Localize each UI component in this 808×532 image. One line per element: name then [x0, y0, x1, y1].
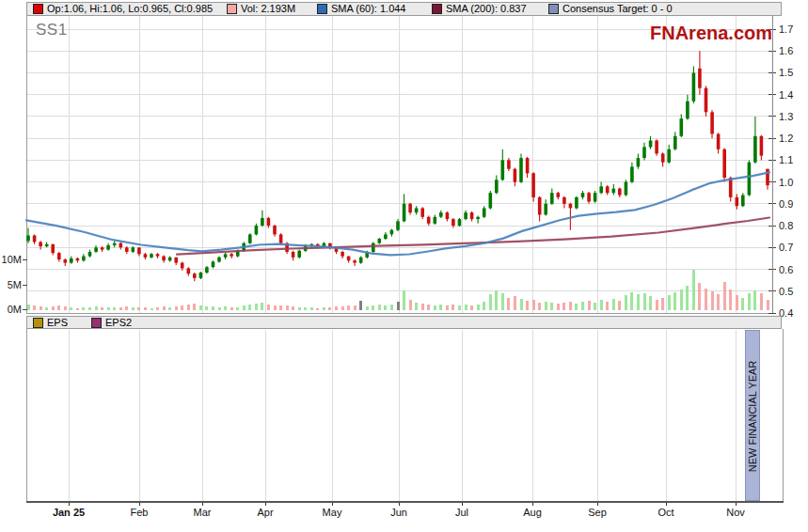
candle-body — [766, 169, 769, 185]
ticker-symbol: SS1 — [36, 21, 68, 39]
volume-bar — [372, 305, 374, 310]
volume-bar — [298, 307, 301, 310]
volume-bar — [64, 306, 67, 310]
volume-bar — [397, 302, 400, 310]
volume-bar — [205, 306, 208, 310]
sma60-swatch-icon — [317, 4, 327, 14]
volume-bar — [132, 307, 135, 310]
price-tick-label: 0.8 — [779, 220, 793, 231]
candle-body — [618, 189, 622, 196]
candle-body — [70, 258, 73, 263]
month-label: Oct — [657, 507, 673, 518]
candle-body — [396, 221, 400, 229]
volume-bar — [711, 291, 714, 310]
volume-bar — [612, 299, 615, 311]
month-label: Sep — [588, 507, 607, 518]
volume-bar — [125, 306, 128, 310]
volume-bar — [415, 303, 418, 310]
candle-body — [181, 263, 184, 269]
volume-bar — [452, 305, 454, 310]
volume-bar — [668, 295, 671, 310]
volume-bar — [151, 308, 153, 310]
candle-body — [452, 219, 455, 226]
price-tick-label: 1.0 — [779, 177, 793, 188]
volume-legend-label: Vol: 2.193M — [241, 4, 295, 14]
volume-bar — [557, 304, 560, 310]
candle-body — [193, 274, 197, 278]
candle-body — [217, 258, 221, 262]
volume-bar — [328, 307, 331, 310]
candle-body — [267, 218, 271, 226]
candle-body — [507, 160, 511, 168]
candle-body — [168, 258, 172, 261]
volume-bar — [279, 305, 282, 310]
volume-bar — [767, 300, 769, 310]
candle-body — [649, 141, 653, 148]
volume-bar — [310, 307, 313, 310]
candle-body — [642, 147, 646, 158]
candle-body — [729, 178, 733, 197]
volume-bar — [575, 304, 578, 310]
candle-body — [667, 149, 671, 163]
volume-bar — [545, 302, 547, 310]
volume-bar — [181, 305, 183, 310]
volume-bar — [168, 307, 171, 310]
volume-bar — [274, 305, 277, 310]
volume-bar — [341, 306, 344, 310]
volume-bar — [680, 289, 683, 310]
volume-bar — [600, 300, 603, 310]
volume-tick-label: 0M — [8, 304, 22, 315]
sma60-line — [26, 172, 769, 255]
price-tick-label: 1.4 — [779, 89, 793, 101]
candle-body — [88, 252, 92, 257]
brand-logo[interactable]: FNArena.com — [650, 23, 772, 44]
volume-bar — [88, 307, 91, 310]
eps-legend-label: EPS — [47, 318, 68, 328]
candle-body — [33, 236, 37, 243]
candle-body — [686, 102, 689, 119]
candle-body — [562, 197, 566, 204]
volume-bar — [409, 300, 412, 310]
candle-body — [501, 160, 505, 180]
candle-body — [495, 180, 499, 193]
candle-body — [748, 163, 752, 196]
month-label: Apr — [257, 507, 273, 518]
volume-bar — [698, 283, 701, 310]
candle-body — [390, 230, 394, 235]
volume-bar — [82, 307, 85, 310]
eps-legend-item: EPS — [33, 318, 68, 328]
consensus-target-swatch-icon — [548, 4, 559, 14]
volume-bar — [705, 289, 707, 310]
month-label: Jan 25 — [53, 507, 85, 518]
candle-body — [408, 204, 412, 212]
candle-body — [625, 182, 628, 196]
candle-body — [113, 243, 117, 245]
volume-bar — [175, 306, 178, 310]
volume-bar — [261, 303, 263, 310]
candle-body — [434, 217, 437, 224]
candle-body — [439, 212, 443, 217]
candle-body — [353, 260, 356, 262]
candle-body — [655, 141, 658, 154]
candle-body — [82, 257, 86, 261]
candle-body — [550, 193, 554, 204]
candle-body — [187, 268, 191, 274]
candle-body — [741, 196, 745, 207]
volume-bar — [507, 298, 510, 311]
volume-bar — [27, 305, 30, 310]
volume-bar — [643, 293, 646, 310]
candle-body — [39, 243, 42, 247]
volume-bar — [458, 305, 461, 310]
price-legend-strip: Op:1.06, Hi:1.06, Lo:0.965, Cl:0.985Vol:… — [26, 2, 782, 16]
candle-body — [581, 193, 585, 197]
candle-body — [427, 217, 431, 224]
sma200-legend-item: SMA (200): 0.837 — [432, 4, 527, 14]
candle-body — [292, 252, 295, 258]
month-label: Jun — [390, 507, 407, 518]
candle-body — [162, 257, 166, 261]
candle-body — [94, 247, 98, 252]
candle-body — [205, 267, 209, 273]
candle-body — [64, 259, 68, 263]
candle-body — [722, 149, 726, 178]
sma60-legend-label: SMA (60): 1.044 — [331, 4, 406, 14]
